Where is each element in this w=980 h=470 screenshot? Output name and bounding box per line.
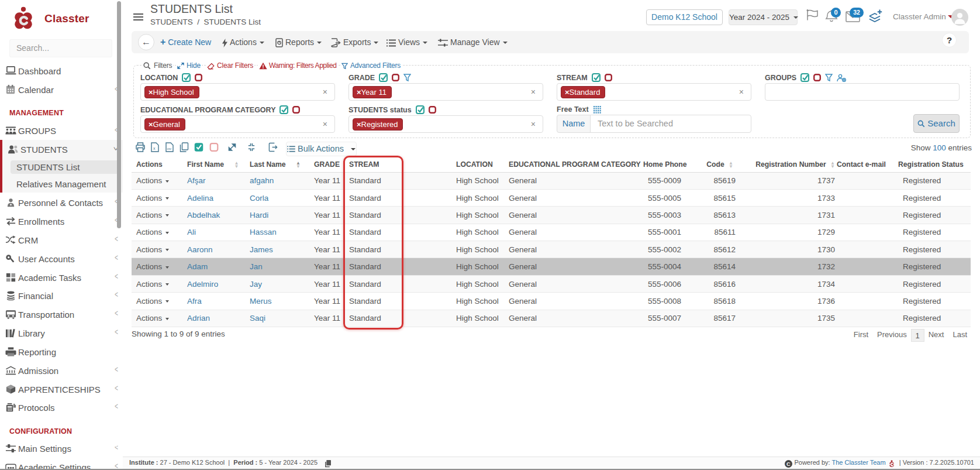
svg-text:x: x	[153, 146, 156, 150]
svg-text:C: C	[786, 461, 791, 466]
svg-text:csv: csv	[167, 147, 172, 150]
